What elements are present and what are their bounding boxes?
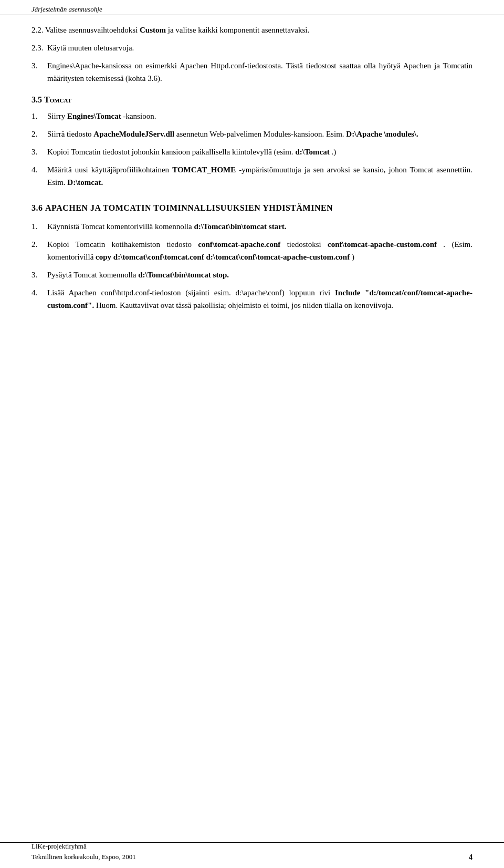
page-header: Järjestelmän asennusohje bbox=[32, 4, 472, 15]
section-3-5-heading: 3.5 Tomcat bbox=[32, 95, 472, 105]
section-2-2-heading: 2.2. Valitse asennusvaihtoehdoksi Custom… bbox=[32, 24, 472, 36]
item-3-6-1-num: 1. bbox=[32, 220, 47, 233]
item-3-6-4-num: 4. bbox=[32, 286, 47, 312]
item-3-5-1: 1. Siirry Engines\Tomcat -kansioon. bbox=[32, 110, 472, 122]
custom-bold: Custom bbox=[140, 26, 166, 34]
item-2-3-num: 2.3. bbox=[32, 42, 47, 54]
item-3-5-4-bold: TOMCAT_HOME bbox=[172, 166, 236, 174]
section-2-2-label: 2.2. Valitse asennusvaihtoehdoksi bbox=[32, 26, 138, 34]
item-3-5-4-text: Määritä uusi käyttäjäprofiilikohtainen T… bbox=[47, 163, 472, 189]
footer-org: LiKe-projektiryhmä bbox=[32, 841, 136, 852]
item-3-6-4: 4. Lisää Apachen conf\httpd.conf-tiedost… bbox=[32, 286, 472, 312]
section-3-6-heading: 3.6 Apachen ja Tomcatin toiminnallisuuks… bbox=[32, 203, 472, 213]
item-2-3: 2.3. Käytä muuten oletusarvoja. bbox=[32, 42, 472, 54]
item-3-6-3-text: Pysäytä Tomcat komennolla d:\Tomcat\bin\… bbox=[47, 268, 472, 281]
item-3-6-2-bold3: copy d:\tomcat\conf\tomcat.conf d:\tomca… bbox=[96, 253, 350, 261]
item-3-5-4-num: 4. bbox=[32, 163, 47, 189]
item-3-5-2-bold2: D:\Apache \modules\. bbox=[346, 130, 418, 138]
item-3-6-2-num: 2. bbox=[32, 238, 47, 263]
footer-institution: Teknillinen korkeakoulu, Espoo, 2001 bbox=[32, 852, 136, 862]
item-3-5-2-bold: ApacheModuleJServ.dll bbox=[93, 130, 174, 138]
item-3-6-1: 1. Käynnistä Tomcat komentorivillä komen… bbox=[32, 220, 472, 233]
footer-left: LiKe-projektiryhmä Teknillinen korkeakou… bbox=[32, 841, 136, 862]
item-3-6-3-num: 3. bbox=[32, 268, 47, 281]
main-content: 2.2. Valitse asennusvaihtoehdoksi Custom… bbox=[32, 24, 472, 836]
item-3-5-1-num: 1. bbox=[32, 110, 47, 122]
item-3-num: 3. bbox=[32, 59, 47, 85]
item-3-6-3-bold: d:\Tomcat\bin\tomcat stop. bbox=[138, 271, 229, 279]
item-3-5-3-num: 3. bbox=[32, 146, 47, 158]
item-3-5-2: 2. Siirrä tiedosto ApacheModuleJServ.dll… bbox=[32, 128, 472, 140]
item-3-6-2-bold: conf\tomcat-apache.conf bbox=[198, 240, 280, 249]
item-3-5-3-bold: d:\Tomcat bbox=[295, 148, 329, 156]
section-3-6-title: Apachen ja Tomcatin toiminnallisuuksien … bbox=[45, 203, 333, 212]
page-number: 4 bbox=[469, 853, 472, 862]
item-3: 3. Engines\Apache-kansiossa on esimerkki… bbox=[32, 59, 472, 85]
item-3-5-1-bold: Engines\Tomcat bbox=[67, 112, 121, 120]
page-footer: LiKe-projektiryhmä Teknillinen korkeakou… bbox=[32, 841, 472, 862]
item-3-5-3-text: Kopioi Tomcatin tiedostot johonkin kansi… bbox=[47, 146, 472, 158]
section-2-2-rest: ja valitse kaikki komponentit asennettav… bbox=[168, 26, 310, 34]
item-3-5-4-bold2: D:\tomcat. bbox=[67, 178, 103, 187]
item-3-6-2-bold2: conf\tomcat-apache-custom.conf bbox=[328, 240, 437, 249]
section-3-6-number: 3.6 bbox=[32, 203, 43, 212]
item-3-5-3: 3. Kopioi Tomcatin tiedostot johonkin ka… bbox=[32, 146, 472, 158]
page: Järjestelmän asennusohje 2.2. Valitse as… bbox=[0, 0, 504, 868]
item-3-6-1-bold: d:\Tomcat\bin\tomcat start. bbox=[194, 222, 286, 231]
item-3-6-3: 3. Pysäytä Tomcat komennolla d:\Tomcat\b… bbox=[32, 268, 472, 281]
item-3-6-2-text: Kopioi Tomcatin kotihakemiston tiedosto … bbox=[47, 238, 472, 263]
item-2-3-text: Käytä muuten oletusarvoja. bbox=[47, 42, 472, 54]
section-3-5-number: 3.5 bbox=[32, 95, 42, 104]
item-3-6-1-text: Käynnistä Tomcat komentorivillä komennol… bbox=[47, 220, 472, 233]
item-3-5-2-num: 2. bbox=[32, 128, 47, 140]
item-3-5-2-text: Siirrä tiedosto ApacheModuleJServ.dll as… bbox=[47, 128, 472, 140]
top-rule bbox=[0, 15, 504, 15]
section-3-5-title: Tomcat bbox=[44, 95, 71, 104]
item-3-5-1-text: Siirry Engines\Tomcat -kansioon. bbox=[47, 110, 472, 122]
item-3-6-2: 2. Kopioi Tomcatin kotihakemiston tiedos… bbox=[32, 238, 472, 263]
item-3-6-4-text: Lisää Apachen conf\httpd.conf-tiedoston … bbox=[47, 286, 472, 312]
item-3-text: Engines\Apache-kansiossa on esimerkki Ap… bbox=[47, 59, 472, 85]
item-3-5-4: 4. Määritä uusi käyttäjäprofiilikohtaine… bbox=[32, 163, 472, 189]
header-title: Järjestelmän asennusohje bbox=[32, 5, 102, 14]
